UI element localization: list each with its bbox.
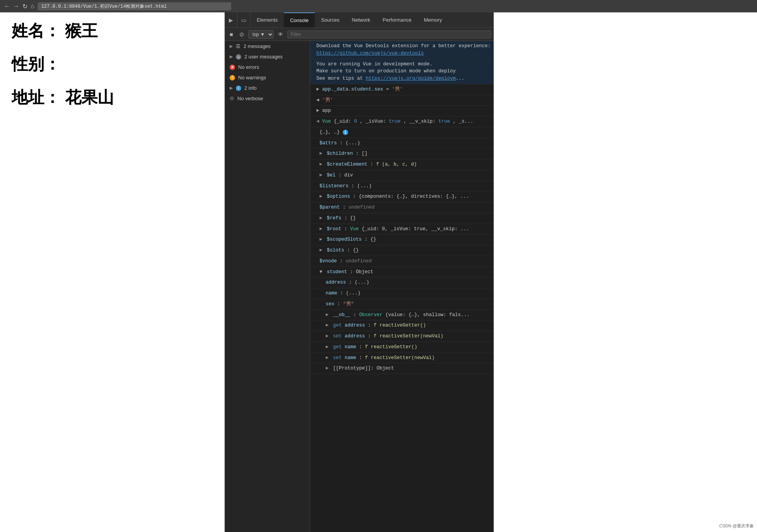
tab-memory[interactable]: Memory	[418, 12, 448, 27]
prop-set-name-sep: :	[359, 355, 365, 361]
sidebar-item-warnings[interactable]: ! No warnings	[225, 72, 310, 83]
prop-scopedslots: $scopedSlots	[327, 237, 362, 242]
filter-input[interactable]	[287, 31, 491, 38]
expand-get-name[interactable]: ►	[326, 344, 329, 350]
prop-student: student	[327, 269, 347, 275]
obj-type: Vue	[322, 119, 334, 124]
prop-root-val: {_uid: 0, _isVue: true, __v_skip: ...	[362, 226, 469, 232]
prop-createelement-sep: :	[371, 162, 376, 167]
prop-slots-val: : {}	[347, 248, 359, 253]
devtools-body: ▶ ☰ 2 messages ▶ ☺ 2 user messages ✕ No …	[225, 41, 494, 532]
entry-slots: ► $slots : {}	[310, 245, 494, 256]
entry-ob: ► __ob__ : Observer {value: {…}, shallow…	[310, 310, 494, 321]
console-entry-devtools: Download the Vue Devtools extension for …	[310, 41, 494, 59]
obj-isvue: true	[389, 119, 401, 124]
prop-children: $children	[327, 151, 353, 156]
address-bar[interactable]: 127.0.0.1:8848/Vue/1.初识Vue/14检测对象set.htm…	[38, 2, 231, 10]
prop-el: $el	[327, 173, 336, 178]
obj-vskip: true	[438, 119, 450, 124]
prop-attrs: $attrs	[319, 140, 337, 146]
prop-root-type: Vue	[350, 226, 362, 232]
app-arrow: ►	[316, 108, 322, 113]
obj-comma2: , __v_skip:	[403, 119, 438, 124]
entry-text: Download the Vue Devtools extension for …	[316, 43, 491, 56]
prop-attrs-val: : (...)	[340, 140, 360, 146]
expand-root[interactable]: ►	[319, 226, 323, 232]
watermark: CSDN @重庆李象	[719, 523, 754, 529]
device-toolbar-button[interactable]: ▭	[237, 12, 251, 27]
prop-slots: $slots	[327, 248, 344, 253]
sidebar-item-errors[interactable]: ✕ No errors	[225, 62, 310, 72]
expand-set-name[interactable]: ►	[326, 355, 329, 361]
prop-prototype: [[Prototype]]: Object	[333, 366, 394, 371]
entry-student: ▼ student : Object	[310, 267, 494, 278]
expand-refs[interactable]: ►	[319, 216, 323, 221]
eye-button[interactable]: 👁	[275, 30, 286, 38]
sidebar-item-messages[interactable]: ▶ ☰ 2 messages	[225, 41, 310, 51]
console-entry-vue-obj: ◄ Vue {_uid: 0 , _isVue: true , __v_skip…	[310, 116, 494, 127]
expand-createelement[interactable]: ►	[319, 162, 323, 167]
devtools-link[interactable]: https://github.com/vuejs/vue-devtools	[316, 51, 424, 56]
home-button[interactable]: ⌂	[31, 3, 34, 10]
devtools-tab-bar: ▶ ▭ Elements Console Sources Network Per…	[225, 12, 494, 28]
prop-address: address	[326, 280, 346, 285]
entry-set-name: ► set name : f reactiveSetter(newVal)	[310, 353, 494, 364]
back-button[interactable]: ←	[4, 3, 10, 10]
tab-network[interactable]: Network	[346, 12, 377, 27]
result-value: '男'	[322, 98, 333, 103]
cmd-eq: =	[386, 87, 392, 92]
expand-get-address[interactable]: ►	[326, 323, 329, 328]
tab-performance[interactable]: Performance	[376, 12, 417, 27]
info-icon: i	[236, 86, 241, 91]
prop-parent-sep: :	[343, 205, 348, 210]
deploy-link[interactable]: https://vuejs.org/guide/deploym	[366, 76, 456, 81]
prop-refs-val: : {}	[344, 216, 356, 221]
refresh-button[interactable]: ↻	[22, 3, 27, 10]
expand-slots[interactable]: ►	[319, 248, 323, 253]
info-badge: i	[343, 130, 348, 135]
sidebar-label-errors: No errors	[238, 64, 259, 70]
entry-address: address : (...)	[310, 277, 494, 288]
sidebar-item-info[interactable]: ▶ i 2 info	[225, 83, 310, 93]
tab-elements[interactable]: Elements	[251, 12, 284, 27]
sidebar-item-verbose[interactable]: ⚙ No verbose	[225, 93, 310, 104]
prop-refs: $refs	[327, 216, 342, 221]
messages-icon: ☰	[236, 43, 240, 49]
prop-get-name: name	[345, 344, 356, 350]
expand-options[interactable]: ►	[319, 194, 323, 199]
expand-ob[interactable]: ►	[326, 312, 329, 318]
sidebar-item-user-messages[interactable]: ▶ ☺ 2 user messages	[225, 51, 310, 62]
prop-options: $options	[327, 194, 350, 199]
expand-student[interactable]: ▼	[319, 269, 323, 275]
prop-scopedslots-val: : {}	[365, 237, 376, 242]
sidebar-label-user: 2 user messages	[244, 54, 283, 60]
kw-get-name: get	[333, 344, 345, 350]
obj-arrow-left: ◄	[316, 119, 322, 124]
cmd-arrow: ►	[316, 87, 322, 92]
inspect-element-button[interactable]: ▶	[225, 12, 237, 27]
entry-parent: $parent : undefined	[310, 202, 494, 213]
expand-el[interactable]: ►	[319, 173, 323, 178]
prop-options-val: : {components: {…}, directives: {…}, ...	[353, 194, 469, 199]
obj-uid-val: 0	[354, 119, 357, 124]
expand-set-address[interactable]: ►	[326, 334, 329, 339]
app-text: app	[322, 108, 331, 113]
tab-sources[interactable]: Sources	[315, 12, 346, 27]
entry-get-name: ► get name : f reactiveGetter()	[310, 342, 494, 353]
expand-children[interactable]: ►	[319, 151, 323, 156]
page-line-3: 地址： 花果山	[12, 87, 213, 108]
url-text: 127.0.0.1:8848/Vue/1.初识Vue/14检测对象set.htm…	[41, 4, 167, 9]
user-icon: ☺	[236, 54, 241, 60]
forward-button[interactable]: →	[13, 3, 19, 10]
expand-scopedslots[interactable]: ►	[319, 237, 323, 242]
context-selector[interactable]: top ▼	[248, 30, 274, 39]
entry-name: name : (...)	[310, 288, 494, 299]
prop-ob-type: Observer	[359, 312, 386, 318]
prop-set-address: address	[345, 334, 365, 339]
expand-prototype[interactable]: ►	[326, 366, 329, 371]
prop-address-val: : (...)	[349, 280, 369, 285]
cmd-text: app._data.student.sex	[322, 87, 383, 92]
block-button[interactable]: ⊘	[237, 30, 247, 39]
clear-console-button[interactable]: ■	[227, 30, 235, 38]
tab-console[interactable]: Console	[284, 12, 315, 27]
